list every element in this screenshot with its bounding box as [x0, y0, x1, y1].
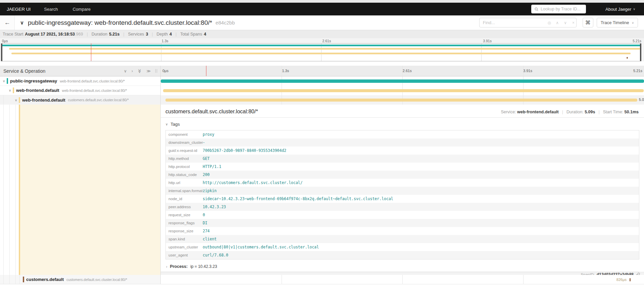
minimap-tick: 3.91s	[483, 39, 492, 43]
span-operation: web-frontend.default.svc.cluster.local:8…	[60, 79, 125, 83]
minimap-left-handle[interactable]	[1, 44, 2, 61]
tag-key: http.url	[166, 181, 203, 185]
prev-match-icon[interactable]: ∧	[553, 20, 561, 25]
gridline	[282, 66, 282, 76]
find-input-group: ◎ ∧ ∨ ×	[479, 18, 577, 27]
tag-key: downstream_cluster	[166, 140, 203, 144]
tag-row: request_size0	[166, 211, 639, 219]
minimap-tick: 1.3s	[162, 39, 168, 43]
span-bar[interactable]	[630, 278, 631, 281]
minimap-span-bar	[11, 53, 631, 54]
tag-value: proxy	[203, 132, 214, 137]
column-resize-handle[interactable]	[155, 69, 157, 73]
indent-guide	[9, 275, 10, 284]
span-id-strip: SpanID: d12d02d237a2db88	[161, 272, 644, 275]
minimap-right-handle[interactable]	[640, 44, 641, 61]
trace-view-dropdown[interactable]: Trace Timeline ∨	[597, 18, 638, 27]
span-row[interactable]: ∨ public-ingressgateway web-frontend.def…	[0, 76, 644, 86]
tag-value: HTTP/1.1	[203, 164, 221, 169]
minimap-tick: 0μs	[2, 39, 8, 43]
minimap-span-bar	[1, 45, 641, 46]
chevron-down-icon[interactable]: ∨	[3, 79, 7, 83]
trace-services: Services3	[128, 32, 148, 37]
tag-key: node_id	[166, 197, 203, 201]
tag-row: response_flagsDI	[166, 219, 639, 227]
span-detail-panel: customers.default.svc.cluster.local:80/*…	[161, 105, 644, 275]
span-row-selected[interactable]: ∨ web-frontend.default customers.default…	[0, 95, 644, 105]
tag-row: upstream_clusteroutbound|80|v1|customers…	[166, 243, 639, 251]
tag-value: -	[203, 140, 205, 145]
gridline	[282, 275, 282, 284]
expand-all-icon[interactable]: ≫	[146, 69, 151, 73]
process-accordion-toggle[interactable]: › Process: ip = 10.42.3.23	[161, 260, 639, 272]
span-detail-header[interactable]: customers.default.svc.cluster.local:80/*…	[161, 107, 644, 118]
trace-id-lookup-box[interactable]	[531, 5, 586, 13]
span-detail-operation: customers.default.svc.cluster.local:80/*	[165, 109, 501, 115]
timeline-grid-header: Service & Operation ∨ › ≫ ≫ 0μs 1.3s 2.6…	[0, 66, 644, 76]
span-color-accent	[7, 78, 8, 84]
span-color-accent	[19, 105, 20, 275]
timeline-tick: 5.21s	[633, 69, 642, 73]
tag-row: response_size274	[166, 227, 639, 235]
back-button[interactable]: ←	[0, 15, 15, 30]
jaeger-logo[interactable]: JAEGER UI	[7, 7, 31, 12]
span-operation: customers.default.svc.cluster.local:80/*	[68, 98, 129, 102]
minimap-span-bar	[627, 57, 628, 59]
span-bar[interactable]	[161, 79, 644, 83]
find-input[interactable]	[480, 20, 545, 25]
collapse-one-icon[interactable]: ∨	[124, 69, 127, 73]
tag-value: sidecar~10.42.3.23~web-frontend-69b64f97…	[203, 196, 393, 201]
gridline	[523, 66, 524, 76]
tag-key: response_flags	[166, 221, 203, 225]
about-jaeger-menu[interactable]: About Jaeger ∨	[605, 7, 635, 12]
spacer	[0, 61, 644, 66]
trace-total-spans: Total Spans4	[180, 32, 206, 37]
tag-value: 700b5267-2db0-9897-8840-9355343904d2	[203, 148, 286, 153]
trace-collapse-chevron-icon[interactable]: ∨	[20, 20, 24, 26]
span-color-accent	[13, 88, 14, 93]
tag-row: user_agentcurl/7.68.0	[166, 251, 639, 259]
service-operation-title: Service & Operation	[3, 68, 124, 74]
trace-summary-bar: Trace StartAugust 17 2021, 16:18:53.969 …	[0, 30, 644, 38]
tag-row: http.protocolHTTP/1.1	[166, 163, 639, 171]
minimap-tick: 2.61s	[322, 39, 331, 43]
clear-find-icon[interactable]: ×	[569, 20, 578, 25]
minimap-scrubber-canvas[interactable]	[1, 43, 641, 61]
link-icon[interactable]	[636, 273, 640, 275]
tag-row: http.status_code200	[166, 171, 639, 179]
indent-guide	[19, 275, 20, 284]
timeline-tick: 0μs	[162, 69, 168, 73]
tag-value: 274	[203, 229, 210, 233]
tag-value: 10.42.3.23	[203, 205, 226, 209]
collapse-all-icon[interactable]: ≫	[137, 69, 142, 73]
keyboard-shortcuts-button[interactable]: ⌘	[583, 18, 593, 27]
span-bar[interactable]	[165, 99, 637, 102]
tags-accordion-toggle[interactable]: ∨ Tags	[161, 118, 644, 129]
chevron-down-icon: ∨	[165, 122, 168, 126]
span-row[interactable]: ∨ web-frontend.default web-frontend.defa…	[0, 86, 644, 95]
span-duration-label: 5.0	[639, 98, 644, 102]
tag-key: http.protocol	[166, 165, 203, 169]
nav-item-search[interactable]: Search	[44, 7, 58, 12]
tag-value: http://customers.default.svc.cluster.loc…	[203, 180, 303, 185]
span-detail-highlight	[20, 105, 160, 275]
tag-key: span.kind	[166, 237, 203, 241]
span-row[interactable]: customers.default customers.default.svc.…	[0, 275, 644, 284]
next-match-icon[interactable]: ∨	[561, 20, 569, 25]
tag-value: outbound|80|v1|customers.default.svc.clu…	[203, 245, 319, 249]
span-bar[interactable]	[163, 89, 643, 92]
minimap-span-bar	[9, 48, 640, 50]
chevron-down-icon[interactable]: ∨	[15, 98, 19, 102]
trace-duration: Duration5.21s	[92, 32, 120, 37]
span-operation: customers.default.svc.cluster.local:80/*	[66, 278, 127, 282]
focus-match-icon[interactable]: ◎	[545, 20, 553, 25]
chevron-right-icon: ›	[166, 265, 167, 269]
gridline	[402, 275, 403, 284]
expand-one-icon[interactable]: ›	[132, 69, 133, 73]
trace-id-lookup-input[interactable]	[541, 7, 583, 11]
minimap-tick-labels: 0μs 1.3s 2.61s 3.91s 5.21s	[0, 38, 644, 43]
chevron-down-icon[interactable]: ∨	[9, 89, 13, 92]
nav-item-compare[interactable]: Compare	[72, 7, 90, 12]
tag-key: peer.address	[166, 205, 203, 209]
tag-row: componentproxy	[166, 130, 639, 138]
